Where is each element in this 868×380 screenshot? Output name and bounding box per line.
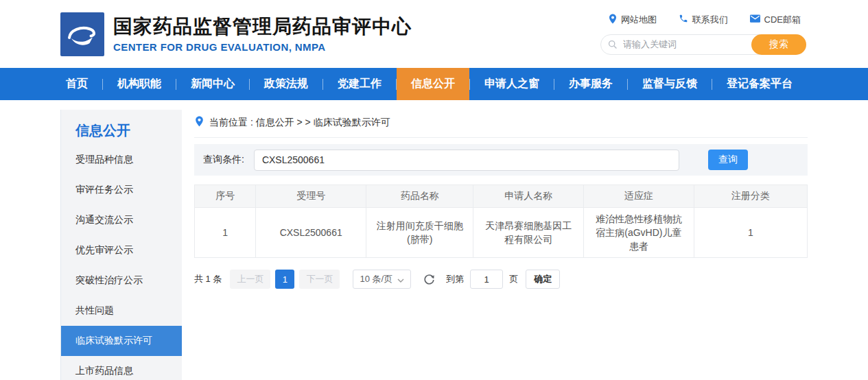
main-nav: 首页 机构职能 新闻中心 政策法规 党建工作 信息公开 申请人之窗 办事服务 监… xyxy=(0,68,868,100)
nav-item-home[interactable]: 首页 xyxy=(60,68,102,100)
envelope-icon xyxy=(750,14,760,25)
brand[interactable]: 国家药品监督管理局药品审评中心 CENTER FOR DRUG EVALUATI… xyxy=(60,12,412,56)
site-title: 国家药品监督管理局药品审评中心 xyxy=(113,16,412,38)
sidebar-item-clinical-trial-implied-license[interactable]: 临床试验默示许可 xyxy=(61,326,182,356)
site-subtitle: CENTER FOR DRUG EVALUATION, NMPA xyxy=(113,41,412,53)
link-cde-mail[interactable]: CDE邮箱 xyxy=(750,14,801,26)
link-contact[interactable]: 联系我们 xyxy=(679,14,728,26)
cell-drug-name: 注射用间充质干细胞(脐带) xyxy=(366,208,473,258)
cell-index: 1 xyxy=(195,208,256,258)
page-size-select[interactable]: 10 条/页 xyxy=(353,270,411,289)
page-size-value: 10 条/页 xyxy=(360,273,392,285)
nav-item-services[interactable]: 办事服务 xyxy=(554,68,627,100)
refresh-icon[interactable] xyxy=(423,274,435,285)
chevron-down-icon xyxy=(397,274,404,285)
header-search: 搜索 xyxy=(600,34,806,55)
breadcrumb-text: 当前位置 : 信息公开 > > 临床试验默示许可 xyxy=(209,117,390,129)
nav-item-policy[interactable]: 政策法规 xyxy=(250,68,322,100)
breadcrumb-pin-icon xyxy=(195,116,204,129)
goto-page-input[interactable] xyxy=(470,270,503,289)
query-panel: 查询条件: 查询 xyxy=(194,144,808,176)
nav-item-applicant-window[interactable]: 申请人之窗 xyxy=(470,68,554,100)
sidebar-item-breakthrough-therapy[interactable]: 突破性治疗公示 xyxy=(61,265,182,296)
main-panel: 当前位置 : 信息公开 > > 临床试验默示许可 查询条件: 查询 序号 xyxy=(194,110,808,380)
sidebar-item-communication[interactable]: 沟通交流公示 xyxy=(61,205,182,235)
col-header-index: 序号 xyxy=(195,185,256,208)
sidebar-item-review-tasks[interactable]: 审评任务公示 xyxy=(61,175,182,205)
query-label: 查询条件: xyxy=(203,154,244,166)
search-icon xyxy=(608,40,618,52)
sidebar-item-marketed-drugs[interactable]: 上市药品信息 xyxy=(61,356,182,380)
prev-page-button[interactable]: 上一页 xyxy=(230,270,270,289)
col-header-registration-class: 注册分类 xyxy=(694,185,807,208)
results-table: 序号 受理号 药品名称 申请人名称 适应症 注册分类 1 CXSL2500661 xyxy=(194,185,808,258)
search-button[interactable]: 搜索 xyxy=(751,34,806,55)
col-header-acceptance-no: 受理号 xyxy=(256,185,366,208)
location-pin-icon xyxy=(609,14,617,26)
sidebar-title: 信息公开 xyxy=(61,110,182,145)
nav-item-party-building[interactable]: 党建工作 xyxy=(323,68,396,100)
pagination: 共 1 条 上一页 1 下一页 10 条/页 到第 页 xyxy=(194,270,808,289)
cell-indication: 难治性急性移植物抗宿主病(aGvHD)儿童患者 xyxy=(584,208,694,258)
sidebar-item-common-issues[interactable]: 共性问题 xyxy=(61,296,182,326)
pagination-total: 共 1 条 xyxy=(194,273,222,285)
cell-applicant: 天津昂赛细胞基因工程有限公司 xyxy=(473,208,584,258)
nav-item-registration-platform[interactable]: 登记备案平台 xyxy=(712,68,807,100)
col-header-applicant: 申请人名称 xyxy=(473,185,584,208)
nav-item-organization[interactable]: 机构职能 xyxy=(103,68,176,100)
sidebar: 信息公开 受理品种信息 审评任务公示 沟通交流公示 优先审评公示 突破性治疗公示… xyxy=(60,110,182,380)
link-contact-label: 联系我们 xyxy=(692,14,728,26)
col-header-drug-name: 药品名称 xyxy=(366,185,473,208)
link-cde-mail-label: CDE邮箱 xyxy=(764,14,801,26)
breadcrumb: 当前位置 : 信息公开 > > 临床试验默示许可 xyxy=(194,110,808,138)
table-row: 1 CXSL2500661 注射用间充质干细胞(脐带) 天津昂赛细胞基因工程有限… xyxy=(195,208,808,258)
link-sitemap-label: 网站地图 xyxy=(621,14,657,26)
nav-item-news[interactable]: 新闻中心 xyxy=(176,68,249,100)
page: 国家药品监督管理局药品审评中心 CENTER FOR DRUG EVALUATI… xyxy=(0,0,868,380)
query-button[interactable]: 查询 xyxy=(708,150,748,170)
site-header: 国家药品监督管理局药品审评中心 CENTER FOR DRUG EVALUATI… xyxy=(0,0,868,68)
header-links: 网站地图 联系我们 CDE邮箱 xyxy=(600,14,808,26)
cell-registration-class: 1 xyxy=(694,208,807,258)
table-header-row: 序号 受理号 药品名称 申请人名称 适应症 注册分类 xyxy=(195,185,808,208)
nav-item-info-disclosure[interactable]: 信息公开 xyxy=(397,68,469,100)
query-condition-input[interactable] xyxy=(254,150,679,171)
confirm-button[interactable]: 确定 xyxy=(526,270,560,289)
goto-page-label: 到第 xyxy=(446,273,464,285)
cde-logo-icon xyxy=(60,12,104,56)
phone-icon xyxy=(679,14,688,25)
goto-page-suffix: 页 xyxy=(509,273,518,285)
sidebar-item-accepted-varieties[interactable]: 受理品种信息 xyxy=(61,145,182,175)
cell-acceptance-no: CXSL2500661 xyxy=(256,208,366,258)
brand-text: 国家药品监督管理局药品审评中心 CENTER FOR DRUG EVALUATI… xyxy=(113,16,412,53)
header-right: 网站地图 联系我们 CDE邮箱 xyxy=(600,14,808,55)
col-header-indication: 适应症 xyxy=(584,185,694,208)
content: 信息公开 受理品种信息 审评任务公示 沟通交流公示 优先审评公示 突破性治疗公示… xyxy=(0,100,868,380)
nav-item-supervision-feedback[interactable]: 监督与反馈 xyxy=(628,68,712,100)
page-number-1[interactable]: 1 xyxy=(275,270,294,289)
sidebar-item-priority-review[interactable]: 优先审评公示 xyxy=(61,235,182,265)
next-page-button[interactable]: 下一页 xyxy=(299,270,340,289)
link-sitemap[interactable]: 网站地图 xyxy=(609,14,657,26)
